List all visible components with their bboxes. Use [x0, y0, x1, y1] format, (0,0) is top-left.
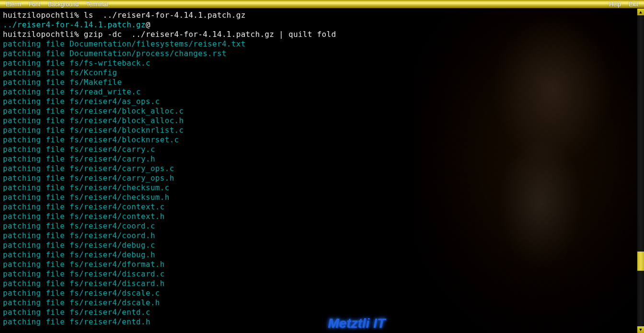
- symlink-indicator: @: [146, 20, 150, 29]
- patch-output-line: patching file fs/reiser4/blocknrlist.c: [3, 126, 641, 135]
- patch-output-line: patching file fs/reiser4/coord.c: [3, 221, 641, 231]
- patch-output-line: patching file fs/Kconfig: [3, 68, 641, 78]
- patch-output-line: patching file fs/reiser4/entd.c: [3, 308, 641, 317]
- patch-output-line: patching file fs/reiser4/dscale.c: [3, 288, 641, 298]
- patch-output-line: patching file fs/Makefile: [3, 78, 641, 87]
- patch-output-line: patching file fs/reiser4/context.h: [3, 212, 641, 221]
- patch-output-line: patching file fs/reiser4/carry_ops.h: [3, 173, 641, 183]
- watermark-logo: Metztli IT: [328, 316, 385, 331]
- menu-help[interactable]: Help: [605, 1, 625, 8]
- patch-output-line: patching file fs/reiser4/carry.c: [3, 145, 641, 154]
- scroll-up-arrow[interactable]: ▲: [637, 9, 644, 15]
- patch-output-line: patching file fs/reiser4/entd.h: [3, 317, 641, 327]
- patch-output-line: patching file fs/reiser4/coord.h: [3, 231, 641, 241]
- menubar: Eterm Font Background Terminal Help Exit: [0, 0, 644, 9]
- menubar-left: Eterm Font Background Terminal: [2, 1, 112, 8]
- patch-output-line: patching file fs/reiser4/dformat.h: [3, 260, 641, 269]
- menu-exit[interactable]: Exit: [625, 1, 642, 8]
- patch-output-line: patching file fs/reiser4/context.c: [3, 202, 641, 212]
- terminal-content[interactable]: huitzilopochtli% ls ../reiser4-for-4.14.…: [0, 9, 644, 327]
- menu-terminal[interactable]: Terminal: [82, 1, 112, 8]
- file-link: ../reiser4-for-4.14.1.patch.gz: [3, 20, 146, 29]
- patch-output-line: patching file Documentation/process/chan…: [3, 49, 641, 58]
- scroll-down-arrow[interactable]: ▼: [637, 326, 644, 333]
- patch-output-line: patching file fs/reiser4/carry.h: [3, 154, 641, 164]
- terminal-line: ../reiser4-for-4.14.1.patch.gz@: [3, 20, 641, 30]
- patch-output-line: patching file fs/reiser4/debug.c: [3, 241, 641, 250]
- shell-prompt: huitzilopochtli%: [3, 30, 79, 39]
- menubar-right: Help Exit: [605, 1, 642, 8]
- scroll-thumb[interactable]: [637, 252, 644, 271]
- patch-output-line: patching file fs/reiser4/blocknrset.c: [3, 135, 641, 145]
- terminal-line: huitzilopochtli% ls ../reiser4-for-4.14.…: [3, 11, 641, 20]
- terminal-area[interactable]: huitzilopochtli% ls ../reiser4-for-4.14.…: [0, 9, 644, 333]
- menu-font[interactable]: Font: [25, 1, 44, 8]
- patch-output-line: patching file fs/reiser4/checksum.c: [3, 183, 641, 193]
- patch-output-line: patching file fs/fs-writeback.c: [3, 58, 641, 68]
- shell-command: gzip -dc ../reiser4-for-4.14.1.patch.gz …: [79, 30, 336, 39]
- patch-output-line: patching file fs/reiser4/discard.c: [3, 269, 641, 279]
- patch-output-line: patching file fs/reiser4/as_ops.c: [3, 97, 641, 106]
- patch-output-line: patching file fs/reiser4/debug.h: [3, 250, 641, 260]
- patch-output-line: patching file fs/reiser4/dscale.h: [3, 298, 641, 308]
- menu-eterm[interactable]: Eterm: [2, 1, 25, 8]
- patch-output-line: patching file fs/reiser4/carry_ops.c: [3, 164, 641, 173]
- patch-output-line: patching file fs/reiser4/discard.h: [3, 279, 641, 288]
- patch-output-line: patching file fs/reiser4/checksum.h: [3, 193, 641, 202]
- patch-output-line: patching file Documentation/filesystems/…: [3, 39, 641, 49]
- scrollbar[interactable]: ▲ ▼: [637, 9, 644, 333]
- patch-output-line: patching file fs/reiser4/block_alloc.h: [3, 116, 641, 126]
- shell-command: ls ../reiser4-for-4.14.1.patch.gz: [79, 11, 246, 20]
- patch-output-line: patching file fs/reiser4/block_alloc.c: [3, 106, 641, 116]
- terminal-line: huitzilopochtli% gzip -dc ../reiser4-for…: [3, 30, 641, 39]
- patch-output-line: patching file fs/read_write.c: [3, 87, 641, 97]
- shell-prompt: huitzilopochtli%: [3, 11, 79, 20]
- menu-background[interactable]: Background: [44, 1, 82, 8]
